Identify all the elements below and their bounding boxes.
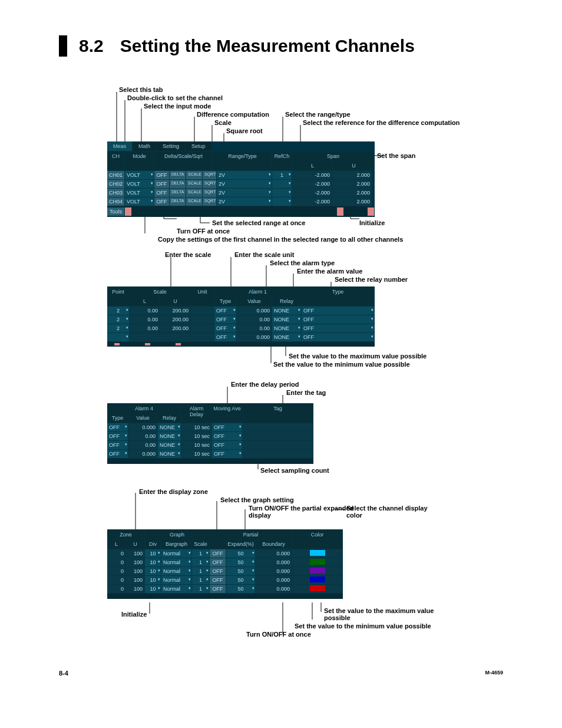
a1-type[interactable]: OFF bbox=[214, 315, 237, 324]
bar-select[interactable]: Normal bbox=[161, 549, 192, 558]
refch-select[interactable] bbox=[272, 180, 292, 188]
ch-button[interactable]: CH01 bbox=[107, 171, 125, 179]
point-select[interactable] bbox=[107, 333, 130, 341]
color-cell[interactable] bbox=[292, 549, 343, 558]
scale-l[interactable] bbox=[130, 333, 160, 341]
a1-type[interactable]: OFF bbox=[214, 307, 237, 315]
unit-input[interactable] bbox=[191, 307, 214, 315]
sqrt-button[interactable]: SQRT bbox=[203, 197, 217, 206]
tab-meas[interactable]: Meas bbox=[107, 141, 133, 151]
point-select[interactable]: 2 bbox=[107, 315, 130, 324]
color-cell[interactable] bbox=[292, 585, 343, 593]
a2-type[interactable]: OFF bbox=[302, 333, 375, 341]
span-l[interactable]: -2.000 bbox=[292, 189, 332, 197]
mode-select[interactable]: VOLT bbox=[125, 189, 154, 197]
a4-value[interactable]: 0.000 bbox=[128, 423, 158, 431]
delay-input[interactable]: 10 sec bbox=[181, 441, 212, 449]
span-l[interactable]: -2.000 bbox=[292, 197, 332, 206]
table-row[interactable]: CH03VOLTOFFDELTASCALESQRT2V-2.0002.000 bbox=[107, 188, 375, 197]
bound-input[interactable]: 0.000 bbox=[256, 549, 292, 558]
range-select[interactable]: 2V bbox=[217, 171, 272, 179]
a1-value[interactable]: 0.00 bbox=[237, 324, 272, 332]
exp-select[interactable]: 50 bbox=[226, 585, 256, 593]
color-cell[interactable] bbox=[292, 558, 343, 566]
scale-u[interactable]: 200.00 bbox=[160, 307, 191, 315]
a4-relay[interactable]: NONE bbox=[158, 450, 181, 458]
scale-u[interactable]: 200.00 bbox=[160, 324, 191, 332]
zone-l[interactable]: 0 bbox=[107, 549, 126, 558]
table-row[interactable]: 010010Normal1OFF500.000 bbox=[107, 575, 343, 584]
off-button[interactable]: OFF bbox=[154, 197, 170, 206]
range-select[interactable]: 2V bbox=[217, 189, 272, 197]
zone-l[interactable]: 0 bbox=[107, 576, 126, 584]
off-button[interactable]: OFF bbox=[154, 189, 170, 197]
bar-select[interactable]: Normal bbox=[161, 585, 192, 593]
table-row[interactable]: 010010Normal1OFF500.000 bbox=[107, 549, 343, 558]
a2-type[interactable]: OFF bbox=[302, 307, 375, 315]
red-marker[interactable] bbox=[176, 343, 181, 345]
a4-value[interactable]: 0.00 bbox=[128, 432, 158, 440]
ch-button[interactable]: CH03 bbox=[107, 189, 125, 197]
mode-select[interactable]: VOLT bbox=[125, 197, 154, 206]
a1-relay[interactable]: NONE bbox=[272, 324, 302, 332]
scale-u[interactable]: 200.00 bbox=[160, 315, 191, 324]
refch-select[interactable] bbox=[272, 189, 292, 197]
range-select[interactable]: 2V bbox=[217, 180, 272, 188]
span-l[interactable]: -2.000 bbox=[292, 180, 332, 188]
a4-value[interactable]: 0.000 bbox=[128, 450, 158, 458]
div-select[interactable]: 10 bbox=[145, 585, 161, 593]
movavg-select[interactable]: OFF bbox=[212, 441, 243, 449]
movavg-select[interactable]: OFF bbox=[212, 432, 243, 440]
a1-value[interactable]: 0.000 bbox=[237, 307, 272, 315]
sqrt-button[interactable]: SQRT bbox=[203, 171, 217, 179]
scale-button[interactable]: SCALE bbox=[186, 189, 203, 197]
table-row[interactable]: 010010Normal1OFF500.000 bbox=[107, 566, 343, 575]
tag-input[interactable] bbox=[243, 441, 313, 449]
delay-input[interactable]: 10 sec bbox=[181, 450, 212, 458]
scale-u[interactable] bbox=[160, 333, 191, 341]
scale-button[interactable]: SCALE bbox=[186, 197, 203, 206]
table-row[interactable]: CH04VOLTOFFDELTASCALESQRT2V-2.0002.000 bbox=[107, 197, 375, 206]
off-button[interactable]: OFF bbox=[154, 180, 170, 188]
table-row[interactable]: OFF0.00NONE10 secOFF bbox=[107, 440, 313, 449]
point-select[interactable]: 2 bbox=[107, 324, 130, 332]
a2-type[interactable]: OFF bbox=[302, 324, 375, 332]
tab-math[interactable]: Math bbox=[133, 141, 157, 151]
delta-button[interactable]: DELTA bbox=[170, 171, 186, 179]
delta-button[interactable]: DELTA bbox=[170, 180, 186, 188]
div-select[interactable]: 10 bbox=[145, 576, 161, 584]
a4-relay[interactable]: NONE bbox=[158, 423, 181, 431]
table-row[interactable]: OFF0.000NONE10 secOFF bbox=[107, 449, 313, 458]
div-select[interactable]: 10 bbox=[145, 549, 161, 558]
delay-input[interactable]: 10 sec bbox=[181, 432, 212, 440]
ch-button[interactable]: CH02 bbox=[107, 180, 125, 188]
scale-button[interactable]: SCALE bbox=[186, 171, 203, 179]
div-select[interactable]: 10 bbox=[145, 558, 161, 566]
bar-select[interactable]: Normal bbox=[161, 558, 192, 566]
zone-l[interactable]: 0 bbox=[107, 558, 126, 566]
color-cell[interactable] bbox=[292, 576, 343, 584]
a1-relay[interactable]: NONE bbox=[272, 333, 302, 341]
table-row[interactable]: 20.00200.00OFF0.000NONEOFF bbox=[107, 306, 375, 315]
movavg-select[interactable]: OFF bbox=[212, 450, 243, 458]
a4-type[interactable]: OFF bbox=[107, 441, 128, 449]
off-button[interactable]: OFF bbox=[210, 585, 226, 593]
off-button[interactable]: OFF bbox=[210, 567, 226, 575]
bar-select[interactable]: Normal bbox=[161, 576, 192, 584]
delta-button[interactable]: DELTA bbox=[170, 189, 186, 197]
bound-input[interactable]: 0.000 bbox=[256, 585, 292, 593]
a1-relay[interactable]: NONE bbox=[272, 307, 302, 315]
bar-select[interactable]: Normal bbox=[161, 567, 192, 575]
off-button[interactable]: OFF bbox=[210, 576, 226, 584]
a2-type[interactable]: OFF bbox=[302, 315, 375, 324]
span-l[interactable]: -2.000 bbox=[292, 171, 332, 179]
span-u[interactable]: 2.000 bbox=[332, 180, 372, 188]
zone-l[interactable]: 0 bbox=[107, 567, 126, 575]
table-row[interactable]: 20.00200.00OFF0.00NONEOFF bbox=[107, 324, 375, 332]
a1-value[interactable]: 0.000 bbox=[237, 333, 272, 341]
mode-select[interactable]: VOLT bbox=[125, 180, 154, 188]
exp-select[interactable]: 50 bbox=[226, 567, 256, 575]
sqrt-button[interactable]: SQRT bbox=[203, 189, 217, 197]
exp-select[interactable]: 50 bbox=[226, 576, 256, 584]
scale-select[interactable]: 1 bbox=[192, 567, 210, 575]
